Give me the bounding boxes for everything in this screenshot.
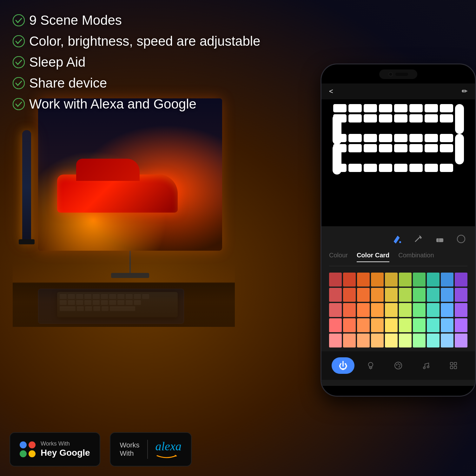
check-icon-scene-modes	[13, 14, 25, 26]
svg-rect-67	[454, 366, 457, 369]
color-cell[interactable]	[399, 318, 412, 332]
color-cell[interactable]	[399, 334, 412, 347]
svg-point-49	[399, 241, 401, 243]
monitor	[38, 98, 222, 276]
svg-rect-43	[364, 164, 377, 172]
led-display	[328, 99, 469, 223]
svg-rect-44	[379, 164, 392, 172]
svg-line-50	[415, 236, 420, 241]
color-cell[interactable]	[413, 318, 426, 332]
svg-rect-27	[394, 134, 407, 142]
nav-power-button[interactable]: ⏻	[332, 357, 354, 374]
tab-color-card[interactable]: Color Card	[357, 252, 389, 262]
color-cell[interactable]	[329, 303, 342, 317]
color-cell[interactable]	[427, 303, 440, 317]
google-dot-blue	[20, 441, 27, 448]
svg-rect-46	[409, 164, 423, 172]
color-cell[interactable]	[455, 318, 467, 332]
color-cell[interactable]	[343, 334, 356, 347]
brush-icon[interactable]	[412, 233, 424, 245]
alexa-works-with-group: Works With	[120, 441, 140, 458]
amazon-smile-icon	[155, 453, 178, 458]
feature-item-scene-modes: 9 Scene Modes	[13, 13, 260, 28]
color-cell[interactable]	[357, 303, 370, 317]
color-cell[interactable]	[427, 334, 440, 347]
color-cell[interactable]	[413, 273, 426, 287]
feature-item-color: Color, brightness, speed are adjustable	[13, 34, 260, 49]
color-cell[interactable]	[357, 288, 370, 302]
color-cell[interactable]	[343, 303, 356, 317]
color-cell[interactable]	[413, 303, 426, 317]
color-cell[interactable]	[385, 318, 398, 332]
color-cell[interactable]	[343, 318, 356, 332]
color-cell[interactable]	[357, 334, 370, 347]
color-cell[interactable]	[441, 303, 453, 317]
light-bar	[22, 130, 31, 244]
nav-light-button[interactable]	[359, 357, 382, 374]
svg-point-57	[395, 362, 402, 369]
color-cell[interactable]	[371, 273, 384, 287]
color-cell[interactable]	[399, 288, 412, 302]
color-cell[interactable]	[427, 273, 440, 287]
tab-combination[interactable]: Combination	[398, 252, 434, 262]
feature-text-share: Share device	[29, 76, 107, 91]
google-badge: Works With Hey Google	[10, 432, 100, 466]
color-cell[interactable]	[329, 273, 342, 287]
color-cell[interactable]	[455, 273, 467, 287]
color-cell[interactable]	[413, 334, 426, 347]
phone-top-bar: < ✏	[321, 83, 475, 99]
svg-rect-30	[440, 134, 453, 142]
color-cell[interactable]	[441, 318, 453, 332]
svg-point-63	[427, 366, 429, 368]
nav-grid-button[interactable]	[442, 357, 465, 374]
svg-rect-9	[394, 104, 407, 112]
circle-icon[interactable]	[455, 233, 467, 245]
color-cell[interactable]	[441, 273, 453, 287]
color-cell[interactable]	[343, 273, 356, 287]
color-cell[interactable]	[413, 288, 426, 302]
google-logo	[20, 441, 36, 457]
color-cell[interactable]	[343, 288, 356, 302]
color-cell[interactable]	[399, 273, 412, 287]
color-cell[interactable]	[455, 303, 467, 317]
color-cell[interactable]	[371, 303, 384, 317]
color-cell[interactable]	[385, 334, 398, 347]
tab-colour[interactable]: Colour	[329, 252, 348, 262]
bulb-icon	[366, 361, 375, 370]
svg-rect-5	[333, 104, 347, 112]
car-scene	[38, 98, 222, 251]
svg-point-54	[368, 362, 373, 367]
color-cell[interactable]	[357, 273, 370, 287]
phone-speaker	[395, 73, 408, 76]
alexa-divider	[147, 440, 148, 459]
color-cell[interactable]	[441, 288, 453, 302]
color-cell[interactable]	[329, 318, 342, 332]
color-cell[interactable]	[357, 318, 370, 332]
color-cell[interactable]	[455, 334, 467, 347]
color-cell[interactable]	[455, 288, 467, 302]
color-cell[interactable]	[385, 273, 398, 287]
color-cell[interactable]	[427, 318, 440, 332]
paint-bucket-icon[interactable]	[390, 233, 403, 245]
music-icon	[421, 361, 431, 370]
back-button[interactable]: <	[329, 87, 333, 96]
edit-button[interactable]: ✏	[462, 87, 467, 96]
svg-point-60	[399, 364, 400, 366]
color-cell[interactable]	[385, 288, 398, 302]
svg-rect-37	[409, 144, 423, 152]
check-icon-share	[13, 77, 25, 89]
color-cell[interactable]	[329, 288, 342, 302]
color-cell[interactable]	[371, 318, 384, 332]
color-cell[interactable]	[441, 334, 453, 347]
eraser-icon[interactable]	[433, 233, 446, 245]
color-cell[interactable]	[329, 334, 342, 347]
color-cell[interactable]	[399, 303, 412, 317]
nav-music-button[interactable]	[414, 357, 437, 374]
color-cell[interactable]	[371, 288, 384, 302]
color-cell[interactable]	[385, 303, 398, 317]
svg-rect-66	[450, 366, 453, 369]
nav-palette-button[interactable]	[387, 357, 410, 374]
feature-text-alexa-google: Work with Alexa and Google	[29, 96, 196, 112]
color-cell[interactable]	[371, 334, 384, 347]
color-cell[interactable]	[427, 288, 440, 302]
